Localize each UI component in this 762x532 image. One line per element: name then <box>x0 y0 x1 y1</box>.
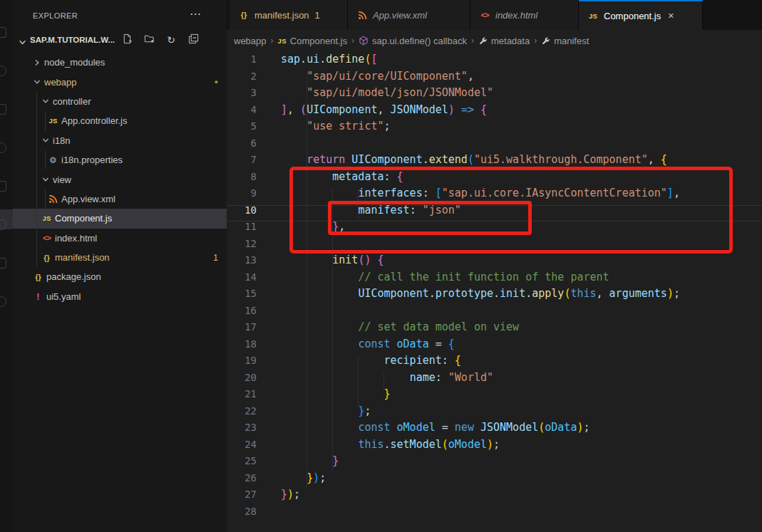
tree-indent-guide <box>45 111 46 130</box>
line-number: 8 <box>227 169 257 186</box>
html-file-icon: <> <box>479 11 490 19</box>
tree-file-manifest-json[interactable]: {}manifest.json1 <box>13 248 227 267</box>
code-line-9[interactable]: 9 interfaces: ["sap.ui.core.IAsyncConten… <box>227 185 762 202</box>
tree-folder-view[interactable]: view <box>13 169 227 189</box>
cut-off-activity-icon[interactable] <box>0 66 6 76</box>
symbol-property-wrench-icon <box>478 36 488 46</box>
cut-off-activity-icon[interactable] <box>0 104 6 115</box>
code-line-15[interactable]: 15 UIComponent.prototype.init.apply(this… <box>227 286 762 303</box>
tree-file-package-json[interactable]: {}package.json <box>13 267 227 286</box>
cut-off-activity-icon[interactable] <box>0 258 6 268</box>
code-text: UIComponent.prototype.init.apply(this, a… <box>281 286 680 303</box>
code-line-18[interactable]: 18 const oData = { <box>227 336 762 353</box>
code-line-1[interactable]: 1sap.ui.define([ <box>227 51 762 68</box>
tree-folder-node-modules[interactable]: node_modules <box>13 53 227 72</box>
tree-indent-guide <box>45 189 46 209</box>
breadcrumb-item-sap-ui-define-callback[interactable]: sap.ui.define() callback <box>359 36 467 46</box>
cut-off-activity-icon[interactable] <box>0 296 6 307</box>
tree-folder-webapp[interactable]: webapp● <box>13 72 227 91</box>
code-editor[interactable]: 1sap.ui.define([2 "sap/ui/core/UICompone… <box>227 51 762 532</box>
tree-file-index-html[interactable]: <>index.html <box>13 229 227 248</box>
code-line-28[interactable]: 28 <box>227 504 762 521</box>
tree-folder-controller[interactable]: controller <box>13 92 227 111</box>
tree-item-label: node_modules <box>44 57 105 68</box>
code-line-3[interactable]: 3 "sap/ui/model/json/JSONModel" <box>227 85 762 102</box>
tree-folder-i18n[interactable]: i18n <box>13 131 227 150</box>
tree-item-label: App.controller.js <box>61 115 128 126</box>
breadcrumb-label: Component.js <box>290 36 347 46</box>
new-file-icon[interactable] <box>120 33 134 48</box>
breadcrumb-label: metadata <box>491 36 530 46</box>
line-number: 13 <box>227 252 257 269</box>
tab-label: Component.js <box>604 11 661 21</box>
code-line-21[interactable]: 21 } <box>227 386 762 403</box>
tab-label: App.view.xml <box>373 10 427 21</box>
collapse-all-icon[interactable] <box>186 33 200 48</box>
line-number: 27 <box>227 486 257 504</box>
close-icon[interactable]: × <box>668 11 674 21</box>
code-line-26[interactable]: 26 }); <box>227 470 762 487</box>
js-file-icon: JS <box>46 117 60 125</box>
tab-app-view-xml[interactable]: App.view.xml <box>348 0 470 30</box>
line-number: 12 <box>227 236 257 253</box>
code-line-24[interactable]: 24 this.setModel(oModel); <box>227 437 762 454</box>
code-line-4[interactable]: 4], (UIComponent, JSONModel) => { <box>227 102 762 119</box>
code-lines: 1sap.ui.define([2 "sap/ui/core/UICompone… <box>227 51 762 520</box>
tree-file-component-js[interactable]: JSComponent.js <box>13 209 227 228</box>
line-number: 5 <box>227 118 257 135</box>
tree-item-label: i18n.properties <box>61 155 123 165</box>
code-line-6[interactable]: 6 <box>227 135 762 152</box>
code-line-12[interactable]: 12 <box>227 236 762 253</box>
line-number: 22 <box>227 403 257 420</box>
new-folder-icon[interactable] <box>142 33 156 48</box>
code-line-11[interactable]: 11 }, <box>227 219 762 236</box>
code-line-5[interactable]: 5 "use strict"; <box>227 118 762 135</box>
code-line-25[interactable]: 25 } <box>227 453 762 470</box>
code-line-16[interactable]: 16 <box>227 303 762 320</box>
more-actions-icon[interactable]: ⋯ <box>190 7 201 21</box>
code-line-10[interactable]: 10 manifest: "json" <box>227 202 762 219</box>
tab-manifest-json[interactable]: {}manifest.json1 <box>230 0 348 30</box>
code-line-22[interactable]: 22 }; <box>227 403 762 420</box>
explorer-sidebar: EXPLORER ⋯ SAP.M.TUTORIAL.W... ↻ node_mo… <box>13 0 227 532</box>
code-line-13[interactable]: 13 init() { <box>227 252 762 269</box>
line-number: 15 <box>227 286 257 303</box>
breadcrumb-item-webapp[interactable]: webapp <box>234 36 267 46</box>
cut-off-activity-icon[interactable] <box>0 181 6 192</box>
code-line-23[interactable]: 23 const oModel = new JSONModel(oData); <box>227 419 762 437</box>
project-name: SAP.M.TUTORIAL.W... <box>30 36 115 44</box>
code-line-14[interactable]: 14 // call the init function of the pare… <box>227 269 762 286</box>
breadcrumb-item-component-js[interactable]: JSComponent.js <box>278 36 347 46</box>
tree-file-ui5-yaml[interactable]: !ui5.yaml <box>13 287 227 306</box>
tree-item-label: webapp <box>44 77 77 88</box>
code-line-20[interactable]: 20 name: "World" <box>227 370 762 387</box>
refresh-icon[interactable]: ↻ <box>164 33 178 48</box>
code-line-27[interactable]: 27}); <box>227 486 762 504</box>
tab-index-html[interactable]: <>index.html <box>470 0 579 30</box>
cut-off-activity-icon[interactable] <box>0 27 6 38</box>
tree-item-label: manifest.json <box>55 252 110 263</box>
chevron-down-icon <box>19 36 26 49</box>
activity-bar[interactable] <box>0 0 14 532</box>
breadcrumb-separator: › <box>351 36 354 46</box>
breadcrumb-label: webapp <box>234 36 267 46</box>
code-line-2[interactable]: 2 "sap/ui/core/UIComponent", <box>227 68 762 85</box>
code-line-7[interactable]: 7 return UIComponent.extend("ui5.walkthr… <box>227 152 762 169</box>
code-line-8[interactable]: 8 metadata: { <box>227 169 762 186</box>
line-number: 14 <box>227 269 257 286</box>
breadcrumb-item-metadata[interactable]: metadata <box>478 36 530 46</box>
tab-component-js[interactable]: JSComponent.js× <box>579 0 703 30</box>
code-line-19[interactable]: 19 recipient: { <box>227 353 762 370</box>
code-text: sap.ui.define([ <box>281 51 377 68</box>
chevron-down-icon <box>40 137 51 144</box>
breadcrumb-item-manifest[interactable]: manifest <box>541 36 589 46</box>
code-text: const oModel = new JSONModel(oData); <box>281 419 590 437</box>
project-root-row[interactable]: SAP.M.TUTORIAL.W... ↻ <box>13 31 227 50</box>
line-number: 6 <box>227 135 257 152</box>
breadcrumb-label: manifest <box>554 36 589 46</box>
cut-off-activity-icon[interactable] <box>0 142 6 153</box>
code-text: this.setModel(oModel); <box>281 437 500 454</box>
tree-item-label: ui5.yaml <box>46 291 81 302</box>
code-line-17[interactable]: 17 // set data model on view <box>227 319 762 336</box>
gear-icon: ⚙ <box>46 155 60 165</box>
